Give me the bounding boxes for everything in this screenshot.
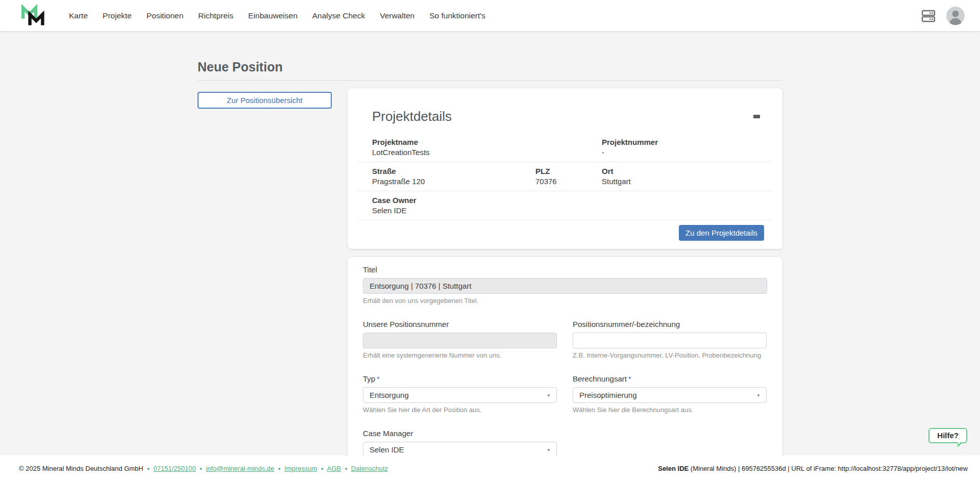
required-asterisk: * [377,375,379,383]
help-button[interactable]: Hilfe? [928,428,967,443]
title-divider [198,80,782,81]
footer-status: Selen IDE (Mineral Minds) | 69576255536d… [658,465,968,472]
field-value: - [602,147,772,158]
nav-item-projekte[interactable]: Projekte [103,11,132,20]
navbar-actions [921,7,965,25]
field-value: Pragstraße 120 [372,176,521,187]
field-projektnummer: Projektnummer - [587,137,772,158]
titel-field-group: Titel Erhält den von uns vorgegebenen Ti… [363,265,767,305]
table-row: Case Owner Selen IDE [358,191,772,220]
left-column: Zur Positionsübersicht [198,88,348,109]
footer-link-email[interactable]: info@mineral-minds.de [206,465,274,472]
back-to-positions-button[interactable]: Zur Positionsübersicht [198,92,332,109]
field-value: Stuttgart [602,176,772,187]
field-label: PLZ [535,166,587,176]
field-value: LotCreationTests [372,147,587,158]
field-case-owner: Case Owner Selen IDE [358,195,772,216]
footer-copyright: © 2025 Mineral Minds Deutschland GmbH [19,465,143,472]
berechnungsart-label: Berechnungsart [573,374,627,383]
field-strasse: Straße Pragstraße 120 [358,166,521,187]
berechnungsart-field-group: Berechnungsart* Preisoptimierung ▼ Wähle… [573,374,767,414]
footer-status-user: Selen IDE [658,465,689,472]
titel-input [363,278,767,294]
positionsnummer-label: Positionsnummer/-bezeichnung [573,320,680,328]
field-label: Projektname [372,137,587,147]
page-footer: © 2025 Mineral Minds Deutschland GmbH • … [0,455,980,481]
collapse-icon[interactable] [751,112,762,121]
case-manager-field-group: Case Manager Selen IDE ▼ [363,429,557,458]
nav-item-einbauweisen[interactable]: Einbauweisen [248,11,298,20]
main-navigation: Karte Projekte Positionen Richtpreis Ein… [69,11,485,20]
footer-separator: • [147,465,150,472]
unsere-positionsnummer-label: Unsere Positionsnummer [363,320,449,328]
nav-item-positionen[interactable]: Positionen [146,11,183,20]
case-manager-label: Case Manager [363,429,413,438]
chevron-down-icon: ▼ [756,393,761,397]
footer-link-impressum[interactable]: Impressum [284,465,317,472]
typ-helper: Wählen Sie hier die Art der Position aus… [363,406,557,414]
nav-item-richtpreis[interactable]: Richtpreis [198,11,233,20]
field-value: Selen IDE [372,206,772,216]
titel-helper: Erhält den von uns vorgegebenen Titel. [363,297,767,305]
positionsnummer-field-group: Positionsnummer/-bezeichnung Z.B. Intern… [573,320,767,359]
positionsnummer-helper: Z.B. Interne-Vorgangsnummer, LV-Position… [573,351,767,359]
field-label: Ort [602,166,772,176]
field-value: 70376 [535,176,587,187]
project-details-table: Projektname LotCreationTests Projektnumm… [358,133,772,220]
go-to-project-details-button[interactable]: Zu den Projektdetails [679,225,764,241]
berechnungsart-helper: Wählen Sie hier die Berechnungsart aus. [573,406,767,414]
positionsnummer-input[interactable] [573,333,767,348]
typ-field-group: Typ* Entsorgung ▼ Wählen Sie hier die Ar… [363,374,557,414]
nav-item-verwalten[interactable]: Verwalten [380,11,414,20]
right-column: Projektdetails Projektname LotCreationTe… [348,88,782,471]
page-title: Neue Position [198,59,782,74]
chevron-down-icon: ▼ [547,447,551,452]
footer-separator: • [321,465,324,472]
main-area: Neue Position Zur Positionsübersicht Pro… [0,31,980,481]
nav-item-so-funktionierts[interactable]: So funktioniert's [429,11,485,20]
footer-status-detail: (Mineral Minds) | 69576255536d | URL of … [689,465,968,472]
field-label: Projektnummer [602,137,772,147]
unsere-positionsnummer-input [363,333,557,348]
table-row: Straße Pragstraße 120 PLZ 70376 Ort Stut… [358,162,772,191]
berechnungsart-select-value: Preisoptimierung [579,391,637,399]
footer-separator: • [345,465,348,472]
typ-label: Typ [363,374,375,383]
table-row: Projektname LotCreationTests Projektnumm… [358,133,772,162]
project-card-title: Projektdetails [372,109,782,124]
field-ort: Ort Stuttgart [587,166,772,187]
logo-m-icon [20,4,52,28]
footer-left: © 2025 Mineral Minds Deutschland GmbH • … [19,465,388,472]
footer-link-agb[interactable]: AGB [327,465,341,472]
unsere-positionsnummer-field-group: Unsere Positionsnummer Erhält eine syste… [363,320,557,359]
top-navbar: Karte Projekte Positionen Richtpreis Ein… [0,0,980,31]
field-projektname: Projektname LotCreationTests [358,137,587,158]
field-plz: PLZ 70376 [521,166,587,187]
footer-link-phone[interactable]: 07151/250100 [154,465,196,472]
required-asterisk: * [628,375,631,383]
project-details-card: Projektdetails Projektname LotCreationTe… [348,88,782,249]
chevron-down-icon: ▼ [547,393,551,397]
footer-separator: • [278,465,281,472]
footer-link-datenschutz[interactable]: Datenschutz [351,465,388,472]
berechnungsart-select[interactable]: Preisoptimierung ▼ [573,387,767,403]
nav-item-karte[interactable]: Karte [69,11,88,20]
user-avatar-icon[interactable] [946,7,965,25]
field-label: Case Owner [372,195,772,206]
field-label: Straße [372,166,521,176]
titel-label: Titel [363,265,377,274]
minus-icon [753,115,760,118]
case-manager-select-value: Selen IDE [370,445,404,454]
unsere-positionsnummer-helper: Erhält eine systemgenerierte Nummer von … [363,351,557,359]
typ-select[interactable]: Entsorgung ▼ [363,387,557,403]
nav-item-analyse-check[interactable]: Analyse Check [312,11,365,20]
server-icon[interactable] [921,9,936,23]
project-card-actions: Zu den Projektdetails [348,225,782,241]
typ-select-value: Entsorgung [370,391,409,399]
mineral-minds-logo[interactable] [20,4,52,28]
footer-separator: • [200,465,202,472]
new-position-form-card: Titel Erhält den von uns vorgegebenen Ti… [348,257,782,471]
